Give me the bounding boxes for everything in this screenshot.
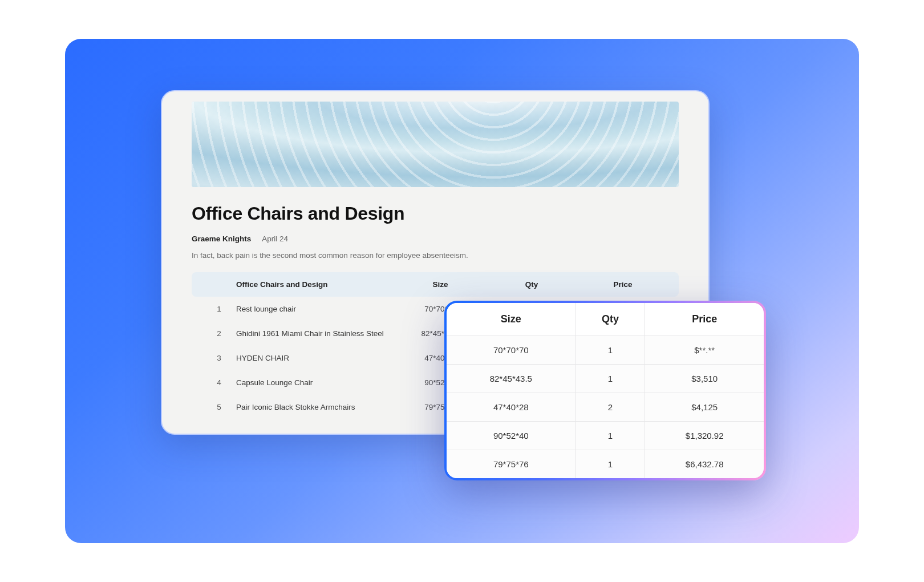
- row-name: Rest lounge chair: [236, 305, 395, 313]
- detail-size: 47*40*28: [447, 393, 576, 422]
- detail-row: 70*70*70 1 $**.**: [447, 336, 764, 365]
- detail-table: Size Qty Price 70*70*70 1 $**.** 82*45*4…: [447, 303, 764, 478]
- detail-row: 82*45*43.5 1 $3,510: [447, 365, 764, 393]
- detail-size: 90*52*40: [447, 422, 576, 450]
- detail-qty: 1: [576, 422, 645, 450]
- detail-price: $6,432.78: [645, 450, 764, 479]
- byline: Graeme Knights April 24: [192, 235, 679, 243]
- row-index: 5: [202, 403, 236, 411]
- row-name: Ghidini 1961 Miami Chair in Stainless St…: [236, 329, 395, 338]
- detail-price: $3,510: [645, 365, 764, 393]
- detail-qty: 1: [576, 365, 645, 393]
- col-qty: Qty: [486, 280, 577, 289]
- row-name: Pair Iconic Black Stokke Armchairs: [236, 403, 395, 411]
- detail-col-size: Size: [447, 303, 576, 336]
- detail-row: 90*52*40 1 $1,320.92: [447, 422, 764, 450]
- cover-image: [192, 102, 679, 187]
- detail-qty: 2: [576, 393, 645, 422]
- author: Graeme Knights: [192, 235, 251, 243]
- detail-price: $4,125: [645, 393, 764, 422]
- detail-card: Size Qty Price 70*70*70 1 $**.** 82*45*4…: [444, 301, 766, 480]
- detail-card-inner: Size Qty Price 70*70*70 1 $**.** 82*45*4…: [447, 303, 764, 478]
- page-title: Office Chairs and Design: [192, 203, 679, 224]
- detail-size: 70*70*70: [447, 336, 576, 365]
- col-size: Size: [395, 280, 486, 289]
- row-index: 2: [202, 329, 236, 338]
- col-price: Price: [577, 280, 668, 289]
- publish-date: April 24: [262, 235, 288, 243]
- row-index: 3: [202, 354, 236, 362]
- detail-price: $**.**: [645, 336, 764, 365]
- detail-col-qty: Qty: [576, 303, 645, 336]
- detail-price: $1,320.92: [645, 422, 764, 450]
- row-name: Capsule Lounge Chair: [236, 378, 395, 387]
- detail-header-row: Size Qty Price: [447, 303, 764, 336]
- subtitle: In fact, back pain is the second most co…: [192, 251, 679, 260]
- row-index: 1: [202, 305, 236, 313]
- detail-size: 82*45*43.5: [447, 365, 576, 393]
- table-header-row: Office Chairs and Design Size Qty Price: [192, 272, 679, 297]
- stage: Office Chairs and Design Graeme Knights …: [65, 39, 859, 543]
- detail-row: 79*75*76 1 $6,432.78: [447, 450, 764, 479]
- detail-col-price: Price: [645, 303, 764, 336]
- row-name: HYDEN CHAIR: [236, 354, 395, 362]
- detail-qty: 1: [576, 450, 645, 479]
- col-name: Office Chairs and Design: [236, 280, 395, 289]
- detail-qty: 1: [576, 336, 645, 365]
- detail-row: 47*40*28 2 $4,125: [447, 393, 764, 422]
- row-index: 4: [202, 378, 236, 387]
- detail-size: 79*75*76: [447, 450, 576, 479]
